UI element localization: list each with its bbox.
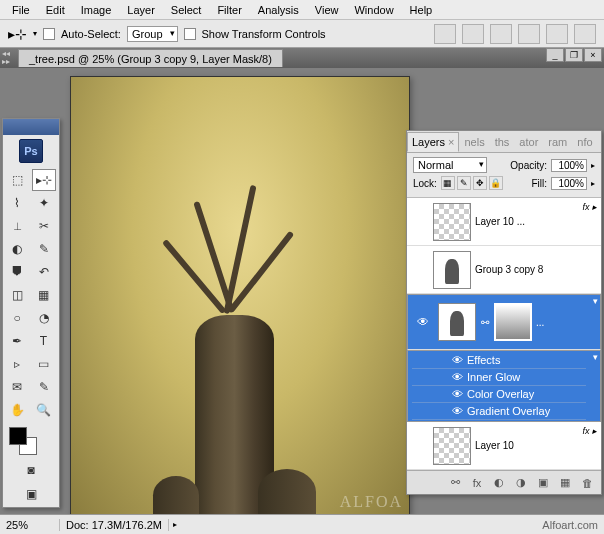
new-group-icon[interactable]: ▣ xyxy=(533,474,553,492)
slice-tool-icon[interactable]: ✂ xyxy=(32,215,56,237)
align-button-3[interactable] xyxy=(490,24,512,44)
layer-mask-thumbnail[interactable] xyxy=(494,303,532,341)
fill-input[interactable]: 100% xyxy=(551,177,587,190)
link-layers-icon[interactable]: ⚯ xyxy=(445,474,465,492)
effect-item[interactable]: 👁Color Overlay xyxy=(412,386,586,403)
layer-mask-icon[interactable]: ◐ xyxy=(489,474,509,492)
document-canvas[interactable]: ALFOA xyxy=(70,76,410,516)
tab-histogram[interactable]: ram xyxy=(543,132,572,152)
close-icon[interactable]: × xyxy=(448,136,454,148)
doc-info[interactable]: Doc: 17.3M/176.2M xyxy=(60,519,169,531)
eraser-tool-icon[interactable]: ◫ xyxy=(5,284,29,306)
menu-view[interactable]: View xyxy=(307,2,347,18)
menu-window[interactable]: Window xyxy=(346,2,401,18)
layer-thumbnail[interactable] xyxy=(433,427,471,465)
menu-help[interactable]: Help xyxy=(402,2,441,18)
menu-edit[interactable]: Edit xyxy=(38,2,73,18)
layer-thumbnail[interactable] xyxy=(433,203,471,241)
crop-tool-icon[interactable]: ⟂ xyxy=(5,215,29,237)
align-button-1[interactable] xyxy=(434,24,456,44)
window-minimize-icon[interactable]: _ xyxy=(546,48,564,62)
layer-name[interactable]: Layer 10 ... xyxy=(475,216,601,227)
fx-badge[interactable]: fx ▸ xyxy=(582,202,597,212)
fill-chevron-icon[interactable]: ▸ xyxy=(591,179,595,188)
menu-select[interactable]: Select xyxy=(163,2,210,18)
wand-tool-icon[interactable]: ✦ xyxy=(32,192,56,214)
brush-tool-icon[interactable]: ✎ xyxy=(32,238,56,260)
tab-navigator[interactable]: ator xyxy=(514,132,543,152)
toolbox-header[interactable] xyxy=(3,119,59,135)
blend-mode-dropdown[interactable]: Normal xyxy=(413,157,487,173)
path-tool-icon[interactable]: ▹ xyxy=(5,353,29,375)
stamp-tool-icon[interactable]: ⛊ xyxy=(5,261,29,283)
layer-style-icon[interactable]: fx xyxy=(467,474,487,492)
layer-row-selected[interactable]: 👁 ⚯ ... xyxy=(407,294,601,350)
move-dropdown-icon[interactable]: ▾ xyxy=(33,29,37,38)
effect-item[interactable]: 👁Inner Glow xyxy=(412,369,586,386)
eye-icon[interactable]: 👁 xyxy=(452,354,463,366)
layer-name[interactable]: Layer 10 xyxy=(475,440,601,451)
tab-paths[interactable]: ths xyxy=(490,132,515,152)
layer-name[interactable]: Group 3 copy 8 xyxy=(475,264,601,275)
move-tool-icon[interactable]: ▸⊹ xyxy=(32,169,56,191)
menu-layer[interactable]: Layer xyxy=(119,2,163,18)
opacity-input[interactable]: 100% xyxy=(551,159,587,172)
foreground-color-swatch[interactable] xyxy=(9,427,27,445)
tab-channels[interactable]: nels xyxy=(459,132,489,152)
align-button-5[interactable] xyxy=(546,24,568,44)
quickmask-icon[interactable]: ◙ xyxy=(19,459,43,481)
opacity-chevron-icon[interactable]: ▸ xyxy=(591,161,595,170)
eye-icon[interactable]: 👁 xyxy=(452,388,463,400)
window-close-icon[interactable]: × xyxy=(584,48,602,62)
menu-filter[interactable]: Filter xyxy=(209,2,249,18)
layer-name[interactable]: ... xyxy=(536,317,586,328)
adjustment-layer-icon[interactable]: ◑ xyxy=(511,474,531,492)
dodge-tool-icon[interactable]: ◔ xyxy=(32,307,56,329)
gradient-tool-icon[interactable]: ▦ xyxy=(32,284,56,306)
lock-transparency-icon[interactable]: ▦ xyxy=(441,176,455,190)
lock-image-icon[interactable]: ✎ xyxy=(457,176,471,190)
menu-image[interactable]: Image xyxy=(73,2,120,18)
pen-tool-icon[interactable]: ✒ xyxy=(5,330,29,352)
tab-arrows-icon[interactable]: ◂◂▸▸ xyxy=(2,50,10,66)
layer-row[interactable]: Layer 10 fx ▸ xyxy=(407,422,601,470)
marquee-tool-icon[interactable]: ⬚ xyxy=(5,169,29,191)
layer-thumbnail[interactable] xyxy=(433,251,471,289)
document-tab[interactable]: _tree.psd @ 25% (Group 3 copy 9, Layer M… xyxy=(18,49,283,67)
auto-select-dropdown[interactable]: Group xyxy=(127,26,178,42)
show-transform-checkbox[interactable] xyxy=(184,28,196,40)
layer-row[interactable]: Group 3 copy 8 xyxy=(407,246,601,294)
lock-position-icon[interactable]: ✥ xyxy=(473,176,487,190)
zoom-level[interactable]: 25% xyxy=(0,519,60,531)
effects-header[interactable]: 👁Effects xyxy=(412,352,586,369)
visibility-toggle[interactable]: 👁 xyxy=(412,315,434,329)
new-layer-icon[interactable]: ▦ xyxy=(555,474,575,492)
link-icon[interactable]: ⚯ xyxy=(480,317,490,328)
lock-all-icon[interactable]: 🔒 xyxy=(489,176,503,190)
notes-tool-icon[interactable]: ✉ xyxy=(5,376,29,398)
layer-row[interactable]: Layer 10 ... fx ▸ xyxy=(407,198,601,246)
eye-icon[interactable]: 👁 xyxy=(452,371,463,383)
tab-info[interactable]: nfo xyxy=(572,132,597,152)
auto-select-checkbox[interactable] xyxy=(43,28,55,40)
history-brush-icon[interactable]: ↶ xyxy=(32,261,56,283)
layer-thumbnail[interactable] xyxy=(438,303,476,341)
eyedropper-tool-icon[interactable]: ✎ xyxy=(32,376,56,398)
menu-analysis[interactable]: Analysis xyxy=(250,2,307,18)
doc-chevron-icon[interactable]: ▸ xyxy=(169,520,181,529)
type-tool-icon[interactable]: T xyxy=(32,330,56,352)
screenmode-icon[interactable]: ▣ xyxy=(19,483,43,505)
align-button-6[interactable] xyxy=(574,24,596,44)
align-button-2[interactable] xyxy=(462,24,484,44)
menu-file[interactable]: File xyxy=(4,2,38,18)
fx-badge[interactable]: fx ▸ xyxy=(582,426,597,436)
heal-tool-icon[interactable]: ◐ xyxy=(5,238,29,260)
align-button-4[interactable] xyxy=(518,24,540,44)
tab-layers[interactable]: Layers× xyxy=(407,132,459,152)
hand-tool-icon[interactable]: ✋ xyxy=(5,399,29,421)
eye-icon[interactable]: 👁 xyxy=(452,405,463,417)
delete-layer-icon[interactable]: 🗑 xyxy=(577,474,597,492)
color-swatch[interactable] xyxy=(3,423,59,457)
shape-tool-icon[interactable]: ▭ xyxy=(32,353,56,375)
lasso-tool-icon[interactable]: ⌇ xyxy=(5,192,29,214)
